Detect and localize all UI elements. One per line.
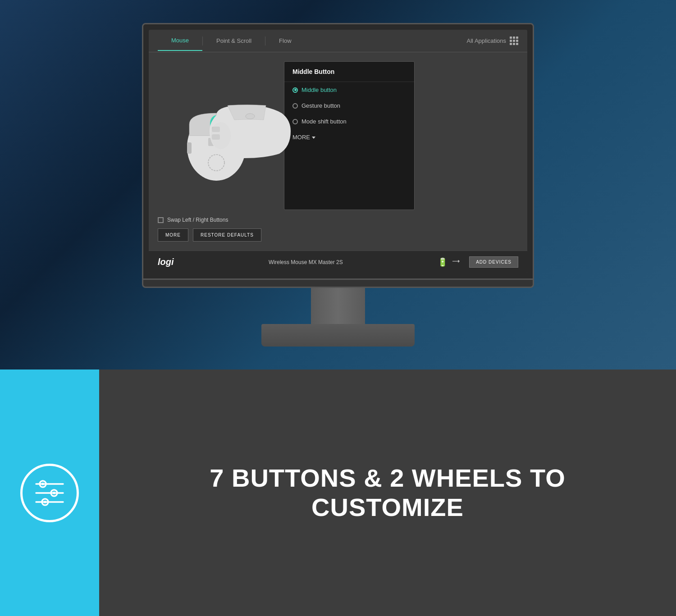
tab-flow[interactable]: Flow bbox=[265, 31, 305, 50]
grid-dot bbox=[516, 37, 518, 39]
mouse-image-area: logi bbox=[158, 61, 275, 210]
bluetooth-icon: ⭢ bbox=[452, 257, 460, 267]
battery-icon: 🔋 bbox=[438, 257, 448, 267]
svg-point-8 bbox=[246, 114, 255, 119]
sliders-icon-circle bbox=[20, 464, 79, 522]
dropdown-title: Middle Button bbox=[284, 62, 414, 82]
radio-middle-button[interactable] bbox=[292, 87, 298, 93]
grid-dot bbox=[516, 43, 518, 45]
swap-checkbox[interactable] bbox=[158, 217, 164, 223]
svg-point-11 bbox=[211, 122, 231, 149]
option-mode-shift[interactable]: Mode shift button bbox=[284, 114, 414, 129]
main-content: logi bbox=[149, 52, 527, 251]
logi-logo: logi bbox=[158, 257, 174, 267]
content-row: logi bbox=[158, 61, 518, 210]
grid-dot bbox=[510, 43, 512, 45]
svg-point-14 bbox=[41, 483, 44, 485]
monitor-wrapper: Mouse Point & Scroll Flow All Applicatio… bbox=[142, 23, 534, 347]
grid-dot bbox=[510, 40, 512, 42]
grid-icon bbox=[510, 37, 518, 45]
sliders-svg bbox=[32, 477, 68, 509]
svg-point-17 bbox=[53, 492, 55, 494]
option-gesture-button[interactable]: Gesture button bbox=[284, 98, 414, 114]
radio-mode-shift[interactable] bbox=[292, 119, 298, 124]
monitor-bezel-bottom bbox=[142, 280, 534, 288]
tab-point-scroll[interactable]: Point & Scroll bbox=[203, 31, 265, 50]
restore-defaults-button[interactable]: RESTORE DEFAULTS bbox=[193, 228, 261, 242]
bottom-controls: Swap Left / Right Buttons MORE RESTORE D… bbox=[158, 217, 518, 242]
monitor-neck bbox=[311, 288, 365, 324]
banner-left bbox=[0, 370, 99, 616]
radio-gesture-button[interactable] bbox=[292, 103, 298, 109]
footer-icons: 🔋 ⭢ bbox=[438, 257, 460, 267]
swap-row: Swap Left / Right Buttons bbox=[158, 217, 518, 223]
more-button[interactable]: MORE bbox=[158, 228, 188, 242]
device-name: Wireless Mouse MX Master 2S bbox=[183, 259, 429, 265]
grid-dot bbox=[513, 40, 515, 42]
mouse-side-svg bbox=[203, 102, 293, 160]
all-applications-section[interactable]: All Applications bbox=[467, 37, 518, 45]
buttons-row: MORE RESTORE DEFAULTS bbox=[158, 228, 518, 242]
footer-bar: logi Wireless Mouse MX Master 2S 🔋 ⭢ ADD… bbox=[149, 251, 527, 273]
grid-dot bbox=[516, 40, 518, 42]
tab-mouse[interactable]: Mouse bbox=[158, 31, 202, 51]
monitor-base bbox=[261, 324, 415, 347]
grid-dot bbox=[510, 37, 512, 39]
nav-tabs: Mouse Point & Scroll Flow All Applicatio… bbox=[149, 30, 527, 52]
top-section: Mouse Point & Scroll Flow All Applicatio… bbox=[0, 0, 676, 370]
grid-dot bbox=[513, 43, 515, 45]
monitor-screen: Mouse Point & Scroll Flow All Applicatio… bbox=[149, 30, 527, 273]
dropdown-more-link[interactable]: MORE bbox=[284, 129, 414, 145]
banner-right: 7 BUTTONS & 2 WHEELS TO CUSTOMIZE bbox=[99, 370, 676, 616]
svg-point-20 bbox=[44, 501, 46, 503]
monitor-screen-border: Mouse Point & Scroll Flow All Applicatio… bbox=[142, 23, 534, 280]
svg-rect-6 bbox=[187, 142, 192, 154]
option-middle-button[interactable]: Middle button bbox=[284, 82, 414, 98]
bottom-section: 7 BUTTONS & 2 WHEELS TO CUSTOMIZE bbox=[0, 370, 676, 616]
chevron-down-icon bbox=[312, 137, 315, 139]
grid-dot bbox=[513, 37, 515, 39]
banner-text: 7 BUTTONS & 2 WHEELS TO CUSTOMIZE bbox=[210, 464, 565, 522]
dropdown-panel: Middle Button Middle button Gesture butt… bbox=[284, 61, 415, 210]
add-devices-button[interactable]: ADD DEVICES bbox=[469, 256, 518, 268]
